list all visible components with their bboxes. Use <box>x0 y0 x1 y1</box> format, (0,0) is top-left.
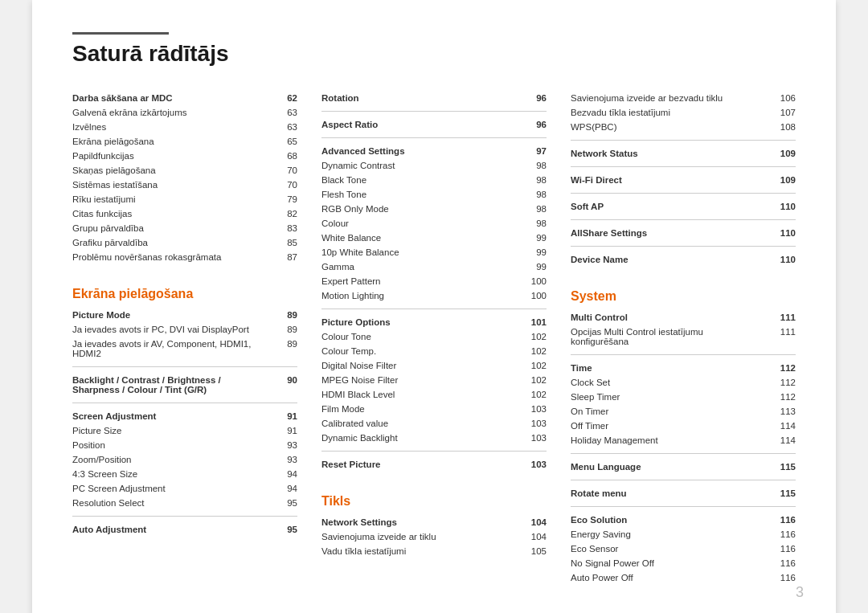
list-item: Ekrāna pielāgošana65 <box>72 134 297 149</box>
list-item: Advanced Settings97 <box>321 144 547 158</box>
list-item: RGB Only Mode98 <box>321 202 547 216</box>
list-item: 10p White Balance99 <box>321 245 547 260</box>
title-bar <box>72 32 169 35</box>
list-item: Digital Noise Filter102 <box>321 358 547 373</box>
list-item: Colour Temp.102 <box>321 344 547 358</box>
list-item: AllShare Settings110 <box>571 226 796 240</box>
list-item: Dynamic Backlight103 <box>321 431 547 445</box>
list-item: WPS(PBC)108 <box>571 120 796 134</box>
list-item: Gamma99 <box>321 260 547 274</box>
section-ekrana: Ekrāna pielāgošana <box>72 287 297 301</box>
list-item: Skaņas pielāgošana70 <box>72 163 297 178</box>
list-item: Rotate menu115 <box>571 486 796 501</box>
section-tikls: Tikls <box>321 494 547 509</box>
list-item: Picture Mode89 <box>72 308 297 322</box>
list-item: Position93 <box>72 438 297 452</box>
list-item: Sistēmas iestatīšana70 <box>72 178 297 192</box>
list-item: Network Status109 <box>571 146 796 161</box>
list-item: Citas funkcijas82 <box>72 206 297 221</box>
list-item: Vadu tīkla iestatījumi105 <box>321 544 547 558</box>
toc-table-left-section2: Picture Mode89Ja ievades avots ir PC, DV… <box>72 308 297 537</box>
list-item: Sleep Timer112 <box>571 390 796 404</box>
list-item: Black Tone98 <box>321 173 547 187</box>
list-item: Bezvadu tīkla iestatījumi107 <box>571 105 796 120</box>
list-item: Backlight / Contrast / Brightness / Shar… <box>72 373 297 397</box>
toc-table-right-top: Savienojuma izveide ar bezvadu tiklu106B… <box>571 91 796 267</box>
content-grid: Darba sākšana ar MDC62Galvenā ekrāna izk… <box>72 91 796 585</box>
mid-column: Rotation96Aspect Ratio96Advanced Setting… <box>321 91 547 585</box>
list-item: Flesh Tone98 <box>321 187 547 202</box>
list-item: Time112 <box>571 361 796 375</box>
list-item: Colour Tone102 <box>321 329 547 344</box>
toc-table-mid-tikls: Network Settings104Savienojuma izveide a… <box>321 515 547 558</box>
list-item: Papildfunkcijas68 <box>72 149 297 163</box>
page-number: 3 <box>796 584 804 601</box>
list-item: Calibrated value103 <box>321 416 547 431</box>
page-title: Saturā rādītājs <box>72 41 796 67</box>
list-item: Picture Size91 <box>72 423 297 438</box>
list-item: Grupu pārvaldība83 <box>72 221 297 235</box>
list-item: Expert Pattern100 <box>321 274 547 288</box>
list-item: MPEG Noise Filter102 <box>321 373 547 387</box>
list-item: Holiday Management114 <box>571 433 796 447</box>
list-item: Network Settings104 <box>321 515 547 529</box>
list-item: Darba sākšana ar MDC62 <box>72 91 297 105</box>
page: Saturā rādītājs Darba sākšana ar MDC62Ga… <box>32 0 836 613</box>
toc-table-right-system: Multi Control111Opcijas Multi Control ie… <box>571 310 796 585</box>
list-item: Film Mode103 <box>321 402 547 416</box>
list-item: Dynamic Contrast98 <box>321 158 547 173</box>
list-item: Rotation96 <box>321 91 547 105</box>
list-item: Screen Adjustment91 <box>72 409 297 423</box>
list-item: Multi Control111 <box>571 310 796 325</box>
list-item: Reset Picture103 <box>321 457 547 472</box>
list-item: On Timer113 <box>571 404 796 419</box>
list-item: PC Screen Adjustment94 <box>72 481 297 496</box>
list-item: Zoom/Position93 <box>72 452 297 467</box>
list-item: Savienojuma izveide ar bezvadu tiklu106 <box>571 91 796 105</box>
list-item: Grafiku pārvaldība85 <box>72 235 297 250</box>
list-item: 4:3 Screen Size94 <box>72 467 297 481</box>
list-item: Aspect Ratio96 <box>321 117 547 132</box>
right-column: Savienojuma izveide ar bezvadu tiklu106B… <box>571 91 796 585</box>
toc-table-mid-top: Rotation96Aspect Ratio96Advanced Setting… <box>321 91 547 472</box>
list-item: Clock Set112 <box>571 375 796 390</box>
list-item: Off Timer114 <box>571 419 796 433</box>
list-item: Problēmu novēršanas rokasgrāmata87 <box>72 250 297 264</box>
list-item: Auto Power Off116 <box>571 570 796 585</box>
list-item: Colour98 <box>321 216 547 231</box>
list-item: Rīku iestatījumi79 <box>72 192 297 206</box>
list-item: Menu Language115 <box>571 460 796 474</box>
toc-table-left-top: Darba sākšana ar MDC62Galvenā ekrāna izk… <box>72 91 297 264</box>
list-item: No Signal Power Off116 <box>571 556 796 570</box>
list-item: Motion Lighting100 <box>321 288 547 303</box>
list-item: Ja ievades avots ir AV, Component, HDMI1… <box>72 337 297 361</box>
list-item: Savienojuma izveide ar tiklu104 <box>321 529 547 544</box>
list-item: Soft AP110 <box>571 199 796 214</box>
list-item: HDMI Black Level102 <box>321 387 547 402</box>
left-column: Darba sākšana ar MDC62Galvenā ekrāna izk… <box>72 91 297 585</box>
list-item: Ja ievades avots ir PC, DVI vai DisplayP… <box>72 322 297 337</box>
list-item: Izvēlnes63 <box>72 120 297 134</box>
list-item: White Balance99 <box>321 231 547 245</box>
title-section: Saturā rādītājs <box>72 32 796 67</box>
list-item: Eco Sensor116 <box>571 541 796 556</box>
list-item: Resolution Select95 <box>72 496 297 510</box>
list-item: Wi-Fi Direct109 <box>571 173 796 187</box>
list-item: Eco Solution116 <box>571 513 796 527</box>
list-item: Device Name110 <box>571 252 796 267</box>
list-item: Opcijas Multi Control iestatījumu konfig… <box>571 325 796 349</box>
section-system: System <box>571 289 796 304</box>
list-item: Galvenā ekrāna izkārtojums63 <box>72 105 297 120</box>
list-item: Energy Saving116 <box>571 527 796 541</box>
list-item: Picture Options101 <box>321 315 547 329</box>
list-item: Auto Adjustment95 <box>72 522 297 537</box>
